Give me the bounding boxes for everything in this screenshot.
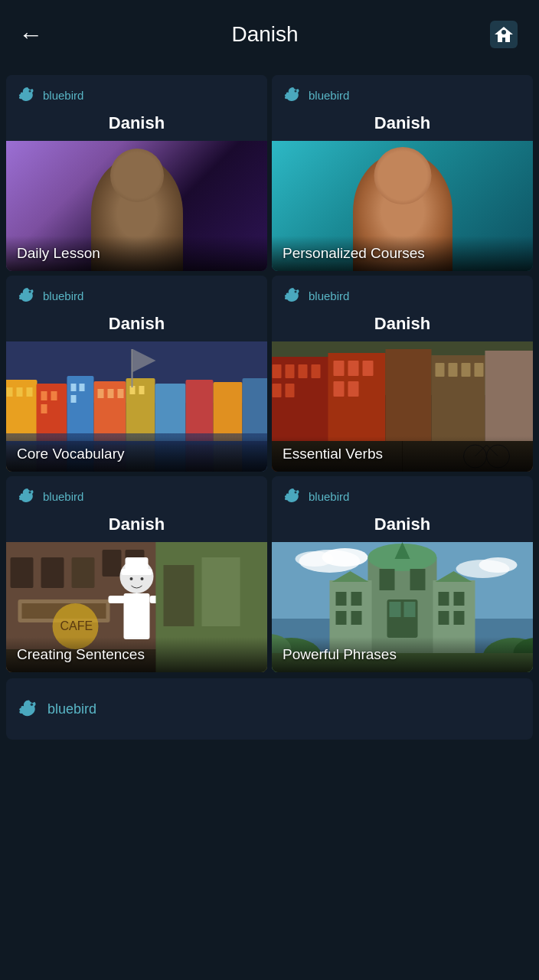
svg-text:CAFE: CAFE [60,619,93,632]
bluebird-icon [283,285,304,306]
svg-point-119 [31,704,33,706]
header: ← Danish [0,0,539,69]
card-core-vocabulary[interactable]: bluebird Danish [6,276,267,472]
card-image: Powerful Phrases [272,542,533,672]
card-creating-sentences[interactable]: bluebird Danish [6,476,267,672]
brand-logo: bluebird [17,485,83,507]
svg-rect-101 [380,569,395,590]
svg-rect-75 [124,593,150,639]
svg-rect-38 [286,364,295,378]
home-button[interactable] [487,18,521,51]
svg-rect-105 [404,602,416,617]
card-header: bluebird [6,75,267,110]
svg-rect-108 [336,611,347,625]
svg-rect-106 [336,592,347,606]
card-image: CAFE Creating Sentences [6,542,267,672]
back-button[interactable]: ← [18,22,43,47]
svg-rect-76 [109,596,126,603]
svg-point-1 [501,30,506,34]
brand-name: bluebird [43,89,83,102]
svg-rect-40 [312,364,321,378]
svg-rect-102 [410,569,426,590]
svg-rect-20 [98,389,104,398]
card-image: Personalized Courses [272,141,533,271]
svg-rect-46 [363,361,374,376]
svg-rect-21 [108,389,114,398]
svg-rect-41 [273,384,282,397]
svg-rect-82 [164,565,194,626]
bluebird-icon [17,485,38,507]
svg-rect-107 [351,592,362,606]
card-powerful-phrases[interactable]: bluebird Danish [272,476,533,672]
brand-name: bluebird [309,289,349,302]
partial-card-row: bluebird [0,678,539,746]
bluebird-icon [283,485,304,507]
svg-rect-39 [299,364,308,378]
brand-logo: bluebird [283,285,349,306]
card-header: bluebird [6,476,267,511]
svg-rect-104 [390,602,401,617]
svg-rect-51 [436,363,445,377]
card-personalized-courses[interactable]: bluebird Danish Personalized Courses [272,75,533,271]
svg-rect-12 [41,391,47,400]
card-header: bluebird [6,276,267,311]
svg-rect-10 [27,387,33,397]
svg-rect-13 [51,391,57,400]
svg-rect-45 [348,361,359,376]
svg-point-60 [29,492,31,494]
svg-rect-32 [132,349,133,387]
svg-rect-17 [80,384,85,391]
svg-rect-8 [7,387,13,397]
svg-rect-68 [103,550,122,577]
svg-rect-48 [348,381,359,397]
brand-name: bluebird [309,490,349,503]
home-icon [490,21,518,48]
svg-point-33 [295,291,297,293]
bluebird-icon [17,285,38,306]
card-header: bluebird [272,276,533,311]
card-label: Essential Verbs [272,436,533,472]
bluebird-icon [17,84,38,106]
svg-rect-113 [454,611,465,625]
svg-point-2 [29,90,31,93]
card-language: Danish [272,311,533,341]
svg-point-93 [479,557,518,573]
card-label: Creating Sentences [6,637,267,672]
brand-name: bluebird [43,490,83,503]
card-partial[interactable]: bluebird [6,678,533,740]
svg-rect-16 [71,384,77,391]
card-header: bluebird [272,75,533,110]
svg-rect-25 [139,386,145,394]
card-label: Personalized Courses [272,236,533,271]
svg-point-3 [295,90,297,93]
svg-point-86 [295,492,297,494]
brand-logo: bluebird [17,285,83,306]
card-image: Daily Lesson [6,141,267,271]
card-language: Danish [6,110,267,141]
bluebird-icon [283,84,304,106]
brand-name: bluebird [43,289,83,302]
svg-point-78 [130,577,133,580]
brand-name: bluebird [47,701,96,717]
card-header: bluebird [272,476,533,511]
card-image: Core Vocabulary [6,341,267,472]
card-label: Core Vocabulary [6,436,267,472]
course-grid: bluebird Danish Daily Lesson bluebird Da… [0,69,539,678]
brand-logo: bluebird [283,485,349,507]
svg-rect-53 [462,363,471,377]
svg-rect-22 [118,389,124,398]
card-essential-verbs[interactable]: bluebird Danish [272,276,533,472]
svg-rect-83 [202,557,240,626]
svg-rect-14 [41,404,47,413]
card-language: Danish [6,311,267,341]
svg-rect-111 [454,592,465,606]
card-language: Danish [272,110,533,141]
svg-rect-9 [17,387,23,397]
card-daily-lesson[interactable]: bluebird Danish Daily Lesson [6,75,267,271]
svg-point-91 [296,551,334,567]
svg-rect-65 [11,557,34,588]
svg-rect-54 [475,363,484,377]
svg-rect-44 [334,361,345,376]
page-title: Danish [231,22,298,47]
svg-rect-109 [351,611,362,625]
